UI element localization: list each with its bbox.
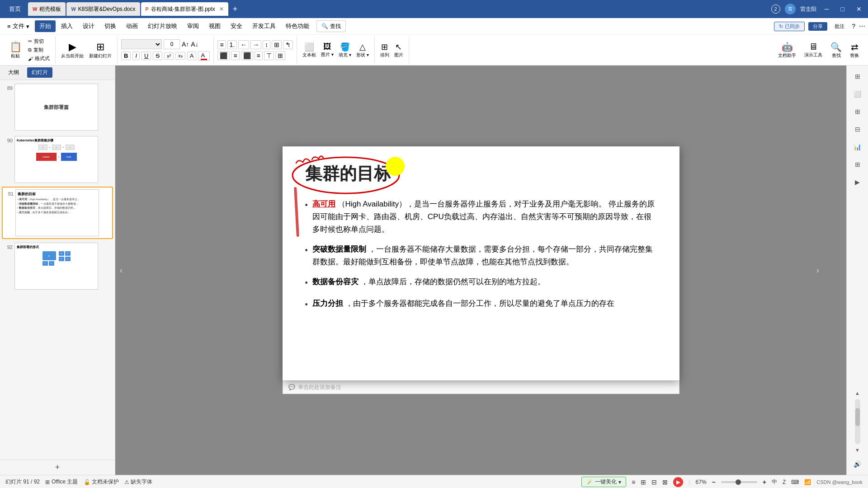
share-button[interactable]: 分享: [808, 22, 827, 31]
copy-button[interactable]: ⧉复制: [26, 46, 52, 54]
underline-button[interactable]: U: [142, 52, 151, 60]
start-from-button[interactable]: ▶ 从当前开始: [59, 39, 85, 61]
format-button[interactable]: 🖌格式式: [26, 55, 52, 62]
increase-indent-icon[interactable]: →: [250, 40, 261, 49]
decrease-font-icon[interactable]: A↓: [191, 41, 198, 48]
qr-icon[interactable]: ⊞: [849, 156, 866, 173]
chart-icon[interactable]: 📊: [849, 139, 866, 155]
minimize-button[interactable]: ─: [821, 5, 833, 13]
replace-button[interactable]: ⇄ 替换: [847, 41, 862, 60]
slide-item-90[interactable]: 90 Kubernetes集群搭建步骤 □ → □ → □ master → n…: [2, 134, 113, 185]
cut-button[interactable]: ✂剪切: [26, 38, 52, 45]
new-tab-button[interactable]: +: [228, 5, 242, 14]
zoom-slider-track[interactable]: [721, 481, 757, 483]
view-mode-full[interactable]: ⊠: [662, 479, 668, 486]
keyboard-icon[interactable]: ⌨: [791, 479, 799, 485]
number-list-icon[interactable]: 1.: [227, 40, 237, 49]
menu-feature[interactable]: 特色功能: [281, 20, 314, 32]
menu-transition[interactable]: 切换: [100, 20, 121, 32]
font-size-input[interactable]: [164, 39, 180, 49]
line-spacing-icon[interactable]: ↕: [263, 40, 270, 49]
clear-format-button[interactable]: A: [187, 52, 197, 60]
user-avatar[interactable]: 雷: [785, 4, 796, 14]
find-replace-button[interactable]: 🔍 查找: [828, 41, 844, 60]
justify-icon[interactable]: ≡: [255, 51, 263, 60]
arrange-button[interactable]: ⊞ 排列: [378, 41, 391, 59]
view-mode-line[interactable]: ≡: [632, 479, 635, 486]
zoom-out-button[interactable]: −: [712, 479, 716, 486]
tab-close-icon[interactable]: ✕: [219, 6, 224, 12]
scroll-down-button[interactable]: ▼: [849, 446, 866, 455]
speaker-icon[interactable]: 🔊: [849, 456, 866, 472]
comment-input[interactable]: 💬 单击此处添加备注: [283, 380, 679, 394]
superscript-button[interactable]: x²: [164, 52, 174, 60]
bullet-list-icon[interactable]: ≡: [217, 40, 226, 49]
network-icon[interactable]: 📶: [804, 479, 811, 485]
view-mode-cols[interactable]: ⊟: [651, 479, 657, 486]
missing-font[interactable]: ⚠ 缺失字体: [124, 478, 152, 486]
tab-wps[interactable]: W 稻壳模板: [28, 2, 66, 16]
layout-icon[interactable]: ⬜: [849, 86, 866, 102]
text-direction-icon[interactable]: ↰: [283, 40, 293, 49]
one-click-button[interactable]: 🪄 一键美化 ▾: [581, 477, 626, 487]
table-icon[interactable]: ⊞: [849, 103, 866, 120]
search-btn[interactable]: 🔍查找: [316, 20, 346, 32]
grid-icon[interactable]: ⊟: [849, 121, 866, 137]
menu-start[interactable]: 开始: [35, 20, 56, 32]
sync-button[interactable]: ↻ 已同步: [774, 22, 805, 31]
menu-dev[interactable]: 开发工具: [248, 20, 280, 32]
select-button[interactable]: ↖ 图片: [392, 41, 405, 59]
columns-icon[interactable]: ⊞: [272, 40, 282, 49]
lang-icon[interactable]: Z: [783, 479, 786, 485]
menu-view[interactable]: 视图: [204, 20, 225, 32]
bold-button[interactable]: B: [121, 52, 131, 60]
font-color-button[interactable]: A: [198, 51, 210, 61]
view-mode-grid[interactable]: ⊞: [641, 479, 646, 486]
image-button[interactable]: 🖼 图片 ▾: [319, 41, 335, 59]
font-name-select[interactable]: [121, 39, 162, 49]
menu-security[interactable]: 安全: [226, 20, 247, 32]
doc-protection[interactable]: 🔓 文档未保护: [84, 478, 119, 486]
textbox-button[interactable]: ⬜ 文本框: [301, 41, 318, 59]
scroll-bar-thumb[interactable]: [855, 408, 860, 426]
decrease-indent-icon[interactable]: ←: [238, 40, 249, 49]
tab-ppt[interactable]: P 谷粒商城-集群部署-图.pptx ✕: [141, 2, 228, 16]
slide-item-91[interactable]: 91 集群的目标 • 高可用（High Availability），是当一台服务…: [2, 187, 113, 239]
add-slide-button[interactable]: +: [0, 460, 115, 475]
nav-right-button[interactable]: ›: [816, 266, 819, 275]
presentation-button[interactable]: 🖥 演示工具: [802, 41, 825, 59]
shape-button[interactable]: △ 形状 ▾: [354, 41, 371, 59]
home-tab[interactable]: 首页: [3, 1, 27, 17]
media-icon[interactable]: ▶: [849, 174, 866, 190]
properties-icon[interactable]: ⊞: [849, 68, 866, 84]
menu-insert[interactable]: 插入: [57, 20, 77, 32]
tab-word[interactable]: W K8S部署&DevOps.docx: [66, 2, 140, 16]
more-icon[interactable]: ⋯: [859, 23, 865, 30]
smart-art-icon[interactable]: ⊞: [275, 51, 285, 60]
fill-button[interactable]: 🪣 填充 ▾: [337, 41, 353, 59]
new-slide-button[interactable]: ⊞ 新建幻灯片: [87, 39, 113, 61]
menu-animation[interactable]: 动画: [122, 20, 142, 32]
align-left-icon[interactable]: ⬛: [217, 51, 230, 60]
strikethrough-button[interactable]: S: [153, 52, 162, 60]
outline-tab[interactable]: 大纲: [4, 67, 24, 78]
scroll-up-button[interactable]: ▲: [849, 389, 866, 398]
ai-assistant-button[interactable]: 🤖 文档助手: [775, 41, 799, 60]
align-center-icon[interactable]: ≡: [231, 51, 239, 60]
vertical-align-icon[interactable]: ⊤: [264, 51, 274, 60]
menu-design[interactable]: 设计: [78, 20, 99, 32]
subscript-button[interactable]: x₂: [175, 52, 185, 60]
zoom-in-button[interactable]: +: [763, 479, 766, 486]
help-icon[interactable]: ?: [852, 23, 855, 30]
batch-button[interactable]: 批注: [831, 22, 848, 31]
menu-file[interactable]: ≡ 文件 ▾: [3, 20, 34, 32]
close-window-button[interactable]: ✕: [853, 5, 865, 13]
slide-canvas[interactable]: 集群的目标 • 高可用 （High Availab: [283, 146, 679, 380]
slide-item-92[interactable]: 92 集群部署的形式 M N N M: [2, 241, 113, 291]
zoom-slider-thumb[interactable]: [736, 479, 741, 485]
align-right-icon[interactable]: ⬛: [241, 51, 253, 60]
theme-info[interactable]: ⊞ Office 主题: [45, 478, 78, 486]
menu-slideshow[interactable]: 幻灯片放映: [143, 20, 182, 32]
italic-button[interactable]: I: [132, 52, 140, 60]
slide-item-89[interactable]: 89 集群部署篇: [2, 82, 113, 132]
